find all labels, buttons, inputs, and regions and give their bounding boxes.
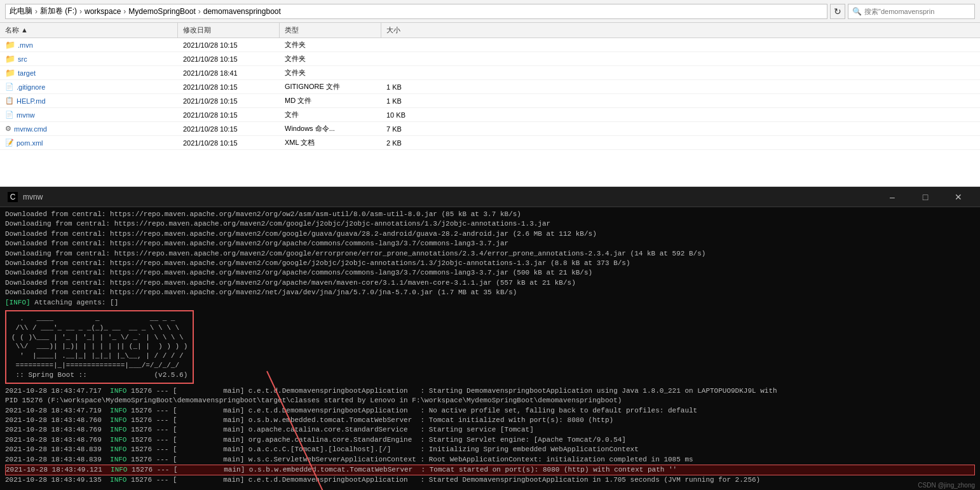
file-name: 📁 .mvn xyxy=(0,40,178,50)
cmd-line: Downloaded from central: https://repo.ma… xyxy=(5,210,975,219)
col-type[interactable]: 类型 xyxy=(280,23,381,37)
file-date: 2021/10/28 10:15 xyxy=(178,111,280,119)
col-size[interactable]: 大小 xyxy=(381,23,432,37)
file-name: 📄 .gitignore xyxy=(0,83,178,91)
file-date: 2021/10/28 10:15 xyxy=(178,139,280,147)
col-date[interactable]: 修改日期 xyxy=(178,23,280,37)
file-size: 1 KB xyxy=(381,83,432,91)
close-button[interactable]: ✕ xyxy=(944,187,973,207)
file-name: 📁 target xyxy=(0,68,178,78)
cmd-line: Downloaded from central: https://repo.ma… xyxy=(5,239,975,248)
file-date: 2021/10/28 10:15 xyxy=(178,83,280,91)
watermark: CSDN @jing_zhong xyxy=(918,482,975,489)
cmd-icon: C xyxy=(8,192,18,202)
file-name: 📁 src xyxy=(0,54,178,64)
file-row[interactable]: 📄 mvnw 2021/10/28 10:15 文件 10 KB xyxy=(0,108,980,122)
minimize-button[interactable]: – xyxy=(878,187,907,207)
file-type: Windows 命令... xyxy=(280,124,381,133)
cmd-output[interactable]: Downloaded from central: https://repo.ma… xyxy=(0,207,980,490)
search-box[interactable]: 🔍 xyxy=(848,4,975,19)
column-headers: 名称 ▲ 修改日期 类型 大小 xyxy=(0,23,980,38)
restore-button[interactable]: □ xyxy=(911,187,940,207)
file-name: 📋 HELP.md xyxy=(0,97,178,105)
search-icon: 🔍 xyxy=(852,7,862,16)
file-icon: 📋 xyxy=(5,97,14,105)
cmd-line: Downloaded from central: https://repo.ma… xyxy=(5,278,975,288)
cmd-line: 2021-10-28 18:43:48.769 INFO 15276 --- [… xyxy=(5,425,975,435)
cmd-line: Downloaded from central: https://repo.ma… xyxy=(5,268,975,278)
folder-icon: 📁 xyxy=(5,54,15,64)
breadcrumb-part-4: demomavenspringboot xyxy=(203,7,281,16)
file-row[interactable]: 📄 .gitignore 2021/10/28 10:15 GITIGNORE … xyxy=(0,80,980,94)
file-type: 文件夹 xyxy=(280,54,381,64)
breadcrumb[interactable]: 此电脑 › 新加卷 (F:) › workspace › MydemoSprin… xyxy=(5,4,827,19)
breadcrumb-part-0: 此电脑 xyxy=(10,6,32,17)
file-size: 1 KB xyxy=(381,97,432,105)
file-icon: ⚙ xyxy=(5,125,11,133)
spring-art-text: . ____ _ __ _ _ /\\ / ___'_ __ _ _(_)_ _… xyxy=(11,314,187,380)
refresh-button[interactable]: ↻ xyxy=(830,4,845,19)
cmd-line: Downloaded from central: https://repo.ma… xyxy=(5,259,975,268)
cmd-line: 2021-10-28 18:43:48.839 INFO 15276 --- [… xyxy=(5,445,975,454)
file-row[interactable]: 📁 src 2021/10/28 10:15 文件夹 xyxy=(0,52,980,66)
cmd-line: 2021-10-28 18:43:47.717 INFO 15276 --- [… xyxy=(5,386,975,396)
explorer-toolbar: 此电脑 › 新加卷 (F:) › workspace › MydemoSprin… xyxy=(0,0,980,23)
cmd-line: 2021-10-28 18:43:48.760 INFO 15276 --- [… xyxy=(5,416,975,425)
file-size: 10 KB xyxy=(381,111,432,119)
cmd-line: Downloaded from central: https://repo.ma… xyxy=(5,229,975,239)
file-row[interactable]: 📁 .mvn 2021/10/28 10:15 文件夹 xyxy=(0,38,980,52)
folder-icon: 📁 xyxy=(5,40,15,50)
file-type: 文件夹 xyxy=(280,68,381,78)
file-list: 📁 .mvn 2021/10/28 10:15 文件夹 📁 src 2021/1… xyxy=(0,38,980,150)
cmd-line: [INFO] Attaching agents: [] xyxy=(5,298,975,308)
file-date: 2021/10/28 18:41 xyxy=(178,69,280,77)
file-date: 2021/10/28 10:15 xyxy=(178,55,280,63)
cmd-line: Downloaded from central: https://repo.ma… xyxy=(5,288,975,297)
file-icon: 📄 xyxy=(5,83,14,91)
search-input[interactable] xyxy=(864,8,966,15)
cmd-line: 2021-10-28 18:43:48.769 INFO 15276 --- [… xyxy=(5,435,975,445)
file-row[interactable]: ⚙ mvnw.cmd 2021/10/28 10:15 Windows 命令..… xyxy=(0,122,980,136)
file-row[interactable]: 📁 target 2021/10/28 18:41 文件夹 xyxy=(0,66,980,80)
cmd-title: mvnw xyxy=(23,193,873,201)
file-name: 📄 mvnw xyxy=(0,111,178,119)
cmd-line: 2021-10-28 18:43:48.839 INFO 15276 --- [… xyxy=(5,455,975,465)
file-type: GITIGNORE 文件 xyxy=(280,82,381,92)
file-name: 📝 pom.xml xyxy=(0,139,178,147)
cmd-line: Downloading from central: https://repo.m… xyxy=(5,249,975,259)
file-date: 2021/10/28 10:15 xyxy=(178,97,280,105)
spring-boot-logo: . ____ _ __ _ _ /\\ / ___'_ __ _ _(_)_ _… xyxy=(5,310,194,384)
file-type: 文件 xyxy=(280,110,381,119)
cmd-titlebar: C mvnw – □ ✕ xyxy=(0,187,980,207)
folder-icon: 📁 xyxy=(5,68,15,78)
file-type: MD 文件 xyxy=(280,96,381,105)
breadcrumb-part-1: 新加卷 (F:) xyxy=(40,6,77,17)
cmd-line: 2021-10-28 18:43:49.135 INFO 15276 --- [… xyxy=(5,475,975,485)
file-icon: 📝 xyxy=(5,139,14,147)
breadcrumb-part-3: MydemoSpringBoot xyxy=(128,7,195,16)
file-name: ⚙ mvnw.cmd xyxy=(0,125,178,133)
cmd-line: Downloading from central: https://repo.m… xyxy=(5,219,975,229)
file-row[interactable]: 📝 pom.xml 2021/10/28 10:15 XML 文档 2 KB xyxy=(0,136,980,150)
file-type: XML 文档 xyxy=(280,138,381,147)
breadcrumb-part-2: workspace xyxy=(85,7,121,16)
file-size: 2 KB xyxy=(381,139,432,147)
file-type: 文件夹 xyxy=(280,40,381,50)
cmd-line: 2021-10-28 18:43:47.719 INFO 15276 --- [… xyxy=(5,406,975,416)
file-date: 2021/10/28 10:15 xyxy=(178,41,280,49)
cmd-line: PID 15276 (F:\workspace\MydemoSpringBoot… xyxy=(5,396,975,405)
highlighted-log-line: 2021-10-28 18:43:49.121 INFO 15276 --- [… xyxy=(5,465,975,475)
col-name[interactable]: 名称 ▲ xyxy=(0,23,178,37)
cmd-window: C mvnw – □ ✕ Downloaded from central: ht… xyxy=(0,187,980,490)
file-row[interactable]: 📋 HELP.md 2021/10/28 10:15 MD 文件 1 KB xyxy=(0,94,980,108)
file-explorer: 名称 ▲ 修改日期 类型 大小 📁 .mvn 2021/10/28 10:15 … xyxy=(0,23,980,187)
file-date: 2021/10/28 10:15 xyxy=(178,125,280,133)
file-icon: 📄 xyxy=(5,111,14,119)
file-size: 7 KB xyxy=(381,125,432,133)
